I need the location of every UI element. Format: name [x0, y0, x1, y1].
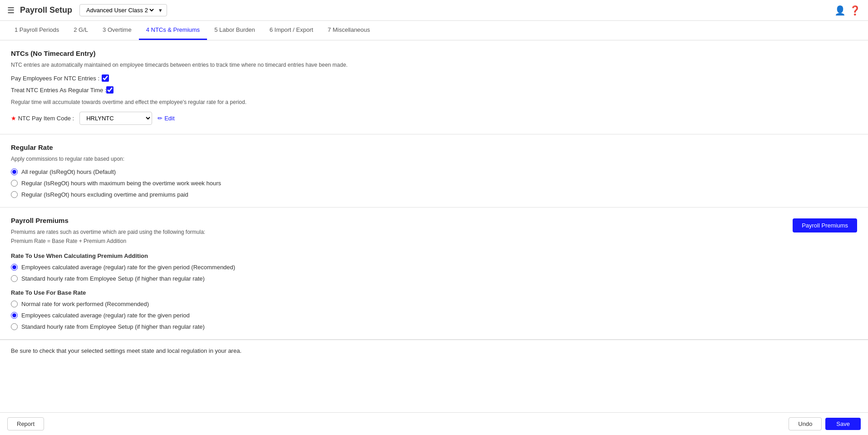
regular-rate-radio-group: All regular (IsRegOt) hours (Default) Re…	[11, 168, 857, 198]
payroll-premiums-left: Payroll Premiums Premiums are rates such…	[11, 217, 205, 245]
regular-rate-radio-2[interactable]	[11, 180, 18, 187]
regular-rate-section: Regular Rate Apply commissions to regula…	[0, 134, 868, 208]
ntc-pay-item-label: ★ NTC Pay Item Code :	[11, 115, 74, 122]
regular-rate-description: Apply commissions to regular rate based …	[11, 155, 857, 163]
tab-ntcs-premiums[interactable]: 4 NTCs & Premiums	[139, 21, 207, 40]
pay-employees-row: Pay Employees For NTC Entries :	[11, 74, 857, 82]
rate-base-section-title: Rate To Use For Base Rate	[11, 289, 857, 296]
dropdown-arrow-icon: ▾	[159, 7, 162, 14]
rate-premium-radio-2[interactable]	[11, 275, 18, 282]
edit-pencil-icon: ✏	[158, 115, 163, 122]
ntc-edit-label: Edit	[164, 115, 174, 122]
rate-base-option-1-label: Normal rate for work performed (Recommen…	[21, 301, 149, 307]
rate-premium-option-1-label: Employees calculated average (regular) r…	[21, 264, 235, 271]
rate-base-option-1[interactable]: Normal rate for work performed (Recommen…	[11, 301, 857, 307]
ntc-section-title: NTCs (No Timecard Entry)	[11, 49, 857, 57]
rate-base-radio-group: Normal rate for work performed (Recommen…	[11, 301, 857, 330]
regular-rate-option-2[interactable]: Regular (IsRegOt) hours with maximum bei…	[11, 180, 857, 187]
tab-miscellaneous[interactable]: 7 Miscellaneous	[321, 21, 377, 40]
regular-rate-title: Regular Rate	[11, 143, 857, 151]
rate-premium-radio-1[interactable]	[11, 264, 18, 271]
tab-overtime[interactable]: 3 Overtime	[95, 21, 139, 40]
footer-note: Be sure to check that your selected sett…	[0, 340, 868, 361]
payroll-premiums-section: Payroll Premiums Premiums are rates such…	[0, 208, 868, 340]
rate-base-radio-2[interactable]	[11, 312, 18, 319]
treat-regular-label: Treat NTC Entries As Regular Time :	[11, 87, 106, 94]
payroll-premiums-desc-1: Premiums are rates such as overtime whic…	[11, 228, 205, 236]
tab-gl[interactable]: 2 G/L	[66, 21, 95, 40]
header-icons: 👤 ❓	[834, 5, 861, 16]
user-class-select[interactable]: Advanced User Class 2	[84, 6, 155, 14]
payroll-premiums-button[interactable]: Payroll Premiums	[793, 218, 857, 232]
page-title: Payroll Setup	[20, 5, 72, 15]
ntc-section-description: NTC entries are automatically maintained…	[11, 61, 857, 69]
payroll-premiums-header-row: Payroll Premiums Premiums are rates such…	[11, 217, 857, 245]
rate-premium-option-1[interactable]: Employees calculated average (regular) r…	[11, 264, 857, 271]
help-icon[interactable]: ❓	[849, 5, 861, 16]
ntc-section: NTCs (No Timecard Entry) NTC entries are…	[0, 40, 868, 134]
regular-rate-option-2-label: Regular (IsRegOt) hours with maximum bei…	[21, 180, 221, 187]
rate-base-option-3-label: Standard hourly rate from Employee Setup…	[21, 323, 205, 330]
tab-payroll-periods[interactable]: 1 Payroll Periods	[7, 21, 66, 40]
payroll-premiums-desc-2: Premium Rate = Base Rate + Premium Addit…	[11, 237, 205, 245]
rate-premium-section-title: Rate To Use When Calculating Premium Add…	[11, 252, 857, 259]
regular-rate-radio-1[interactable]	[11, 168, 18, 175]
ntc-required-asterisk: ★	[11, 115, 18, 122]
regular-rate-option-3-label: Regular (IsRegOt) hours excluding overti…	[21, 191, 188, 198]
regular-rate-radio-3[interactable]	[11, 191, 18, 198]
treat-regular-row: Treat NTC Entries As Regular Time :	[11, 86, 857, 94]
user-icon[interactable]: 👤	[834, 5, 846, 16]
nav-tabs: 1 Payroll Periods 2 G/L 3 Overtime 4 NTC…	[0, 21, 868, 40]
menu-icon[interactable]: ☰	[7, 5, 15, 15]
rate-premium-option-2-label: Standard hourly rate from Employee Setup…	[21, 275, 205, 282]
pay-employees-checkbox[interactable]	[102, 74, 109, 82]
ntc-pay-item-row: ★ NTC Pay Item Code : HRLYNTC ✏ Edit	[11, 112, 857, 125]
treat-regular-note: Regular time will accumulate towards ove…	[11, 98, 857, 106]
rate-base-option-2[interactable]: Employees calculated average (regular) r…	[11, 312, 857, 319]
rate-base-radio-1[interactable]	[11, 301, 18, 307]
ntc-pay-item-select[interactable]: HRLYNTC	[79, 112, 152, 125]
rate-base-radio-3[interactable]	[11, 323, 18, 330]
header: ☰ Payroll Setup Advanced User Class 2 ▾ …	[0, 0, 868, 21]
main-content: NTCs (No Timecard Entry) NTC entries are…	[0, 40, 868, 410]
tab-import-export[interactable]: 6 Import / Export	[262, 21, 321, 40]
regular-rate-option-1-label: All regular (IsRegOt) hours (Default)	[21, 168, 116, 175]
tab-labor-burden[interactable]: 5 Labor Burden	[207, 21, 262, 40]
ntc-edit-link[interactable]: ✏ Edit	[158, 115, 174, 122]
rate-base-option-3[interactable]: Standard hourly rate from Employee Setup…	[11, 323, 857, 330]
pay-employees-label: Pay Employees For NTC Entries :	[11, 75, 102, 82]
rate-base-option-2-label: Employees calculated average (regular) r…	[21, 312, 190, 319]
payroll-premiums-title: Payroll Premiums	[11, 217, 205, 224]
rate-premium-option-2[interactable]: Standard hourly rate from Employee Setup…	[11, 275, 857, 282]
regular-rate-option-1[interactable]: All regular (IsRegOt) hours (Default)	[11, 168, 857, 175]
regular-rate-option-3[interactable]: Regular (IsRegOt) hours excluding overti…	[11, 191, 857, 198]
treat-regular-checkbox[interactable]	[106, 86, 113, 94]
rate-premium-radio-group: Employees calculated average (regular) r…	[11, 264, 857, 282]
user-class-dropdown[interactable]: Advanced User Class 2 ▾	[79, 4, 167, 16]
